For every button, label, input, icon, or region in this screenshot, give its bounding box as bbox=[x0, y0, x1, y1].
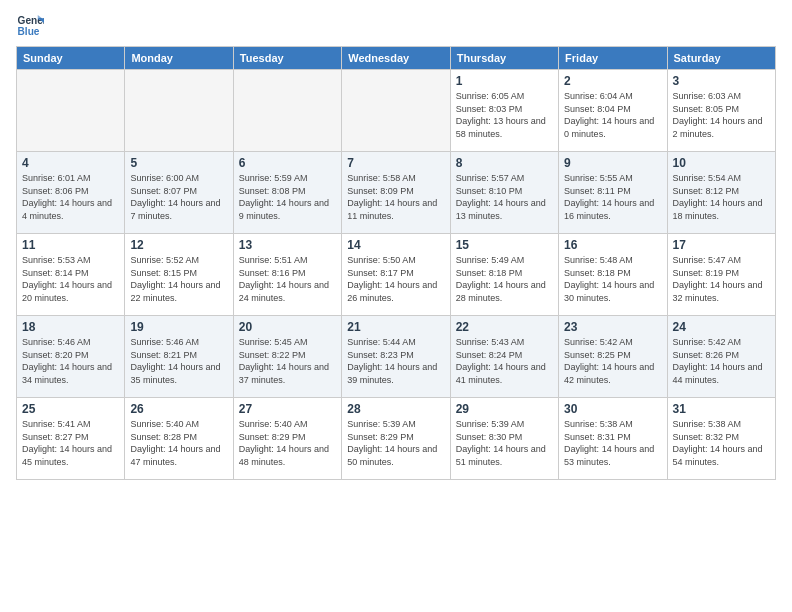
day-info: Sunrise: 5:43 AMSunset: 8:24 PMDaylight:… bbox=[456, 336, 553, 386]
day-info: Sunrise: 5:53 AMSunset: 8:14 PMDaylight:… bbox=[22, 254, 119, 304]
calendar-cell: 10Sunrise: 5:54 AMSunset: 8:12 PMDayligh… bbox=[667, 152, 775, 234]
calendar-cell: 3Sunrise: 6:03 AMSunset: 8:05 PMDaylight… bbox=[667, 70, 775, 152]
day-number: 25 bbox=[22, 402, 119, 416]
calendar-cell bbox=[125, 70, 233, 152]
day-info: Sunrise: 5:54 AMSunset: 8:12 PMDaylight:… bbox=[673, 172, 770, 222]
calendar-cell: 5Sunrise: 6:00 AMSunset: 8:07 PMDaylight… bbox=[125, 152, 233, 234]
day-info: Sunrise: 5:39 AMSunset: 8:29 PMDaylight:… bbox=[347, 418, 444, 468]
col-header-friday: Friday bbox=[559, 47, 667, 70]
col-header-monday: Monday bbox=[125, 47, 233, 70]
day-info: Sunrise: 5:45 AMSunset: 8:22 PMDaylight:… bbox=[239, 336, 336, 386]
calendar-cell: 17Sunrise: 5:47 AMSunset: 8:19 PMDayligh… bbox=[667, 234, 775, 316]
day-number: 23 bbox=[564, 320, 661, 334]
day-info: Sunrise: 5:55 AMSunset: 8:11 PMDaylight:… bbox=[564, 172, 661, 222]
day-number: 2 bbox=[564, 74, 661, 88]
day-number: 9 bbox=[564, 156, 661, 170]
calendar-cell: 24Sunrise: 5:42 AMSunset: 8:26 PMDayligh… bbox=[667, 316, 775, 398]
day-number: 10 bbox=[673, 156, 770, 170]
col-header-saturday: Saturday bbox=[667, 47, 775, 70]
calendar-cell: 22Sunrise: 5:43 AMSunset: 8:24 PMDayligh… bbox=[450, 316, 558, 398]
day-info: Sunrise: 5:38 AMSunset: 8:31 PMDaylight:… bbox=[564, 418, 661, 468]
calendar-cell: 6Sunrise: 5:59 AMSunset: 8:08 PMDaylight… bbox=[233, 152, 341, 234]
calendar-cell: 18Sunrise: 5:46 AMSunset: 8:20 PMDayligh… bbox=[17, 316, 125, 398]
col-header-tuesday: Tuesday bbox=[233, 47, 341, 70]
calendar-cell: 11Sunrise: 5:53 AMSunset: 8:14 PMDayligh… bbox=[17, 234, 125, 316]
calendar-cell: 19Sunrise: 5:46 AMSunset: 8:21 PMDayligh… bbox=[125, 316, 233, 398]
day-number: 29 bbox=[456, 402, 553, 416]
calendar-cell: 28Sunrise: 5:39 AMSunset: 8:29 PMDayligh… bbox=[342, 398, 450, 480]
calendar-cell: 1Sunrise: 6:05 AMSunset: 8:03 PMDaylight… bbox=[450, 70, 558, 152]
calendar-week-2: 4Sunrise: 6:01 AMSunset: 8:06 PMDaylight… bbox=[17, 152, 776, 234]
calendar-page: General Blue SundayMondayTuesdayWednesda… bbox=[0, 0, 792, 612]
calendar-cell: 21Sunrise: 5:44 AMSunset: 8:23 PMDayligh… bbox=[342, 316, 450, 398]
day-number: 15 bbox=[456, 238, 553, 252]
calendar-cell: 29Sunrise: 5:39 AMSunset: 8:30 PMDayligh… bbox=[450, 398, 558, 480]
day-number: 28 bbox=[347, 402, 444, 416]
day-info: Sunrise: 5:39 AMSunset: 8:30 PMDaylight:… bbox=[456, 418, 553, 468]
day-info: Sunrise: 5:48 AMSunset: 8:18 PMDaylight:… bbox=[564, 254, 661, 304]
day-info: Sunrise: 5:49 AMSunset: 8:18 PMDaylight:… bbox=[456, 254, 553, 304]
calendar-cell: 2Sunrise: 6:04 AMSunset: 8:04 PMDaylight… bbox=[559, 70, 667, 152]
day-info: Sunrise: 6:03 AMSunset: 8:05 PMDaylight:… bbox=[673, 90, 770, 140]
calendar-cell bbox=[342, 70, 450, 152]
calendar-cell: 9Sunrise: 5:55 AMSunset: 8:11 PMDaylight… bbox=[559, 152, 667, 234]
day-number: 8 bbox=[456, 156, 553, 170]
logo-icon: General Blue bbox=[16, 12, 44, 40]
col-header-wednesday: Wednesday bbox=[342, 47, 450, 70]
day-number: 27 bbox=[239, 402, 336, 416]
day-info: Sunrise: 5:52 AMSunset: 8:15 PMDaylight:… bbox=[130, 254, 227, 304]
day-info: Sunrise: 5:44 AMSunset: 8:23 PMDaylight:… bbox=[347, 336, 444, 386]
day-info: Sunrise: 5:46 AMSunset: 8:21 PMDaylight:… bbox=[130, 336, 227, 386]
day-info: Sunrise: 5:38 AMSunset: 8:32 PMDaylight:… bbox=[673, 418, 770, 468]
day-info: Sunrise: 5:46 AMSunset: 8:20 PMDaylight:… bbox=[22, 336, 119, 386]
day-number: 12 bbox=[130, 238, 227, 252]
calendar-cell bbox=[233, 70, 341, 152]
calendar-cell: 4Sunrise: 6:01 AMSunset: 8:06 PMDaylight… bbox=[17, 152, 125, 234]
day-info: Sunrise: 6:05 AMSunset: 8:03 PMDaylight:… bbox=[456, 90, 553, 140]
day-info: Sunrise: 5:51 AMSunset: 8:16 PMDaylight:… bbox=[239, 254, 336, 304]
day-number: 20 bbox=[239, 320, 336, 334]
day-info: Sunrise: 5:42 AMSunset: 8:26 PMDaylight:… bbox=[673, 336, 770, 386]
svg-text:Blue: Blue bbox=[18, 26, 40, 37]
calendar-week-3: 11Sunrise: 5:53 AMSunset: 8:14 PMDayligh… bbox=[17, 234, 776, 316]
calendar-cell: 12Sunrise: 5:52 AMSunset: 8:15 PMDayligh… bbox=[125, 234, 233, 316]
day-number: 17 bbox=[673, 238, 770, 252]
day-info: Sunrise: 6:01 AMSunset: 8:06 PMDaylight:… bbox=[22, 172, 119, 222]
calendar-table: SundayMondayTuesdayWednesdayThursdayFrid… bbox=[16, 46, 776, 480]
day-info: Sunrise: 5:41 AMSunset: 8:27 PMDaylight:… bbox=[22, 418, 119, 468]
header-row: SundayMondayTuesdayWednesdayThursdayFrid… bbox=[17, 47, 776, 70]
day-number: 16 bbox=[564, 238, 661, 252]
day-number: 14 bbox=[347, 238, 444, 252]
calendar-cell: 13Sunrise: 5:51 AMSunset: 8:16 PMDayligh… bbox=[233, 234, 341, 316]
day-number: 22 bbox=[456, 320, 553, 334]
calendar-cell: 7Sunrise: 5:58 AMSunset: 8:09 PMDaylight… bbox=[342, 152, 450, 234]
day-number: 1 bbox=[456, 74, 553, 88]
day-number: 19 bbox=[130, 320, 227, 334]
calendar-cell: 31Sunrise: 5:38 AMSunset: 8:32 PMDayligh… bbox=[667, 398, 775, 480]
day-info: Sunrise: 5:58 AMSunset: 8:09 PMDaylight:… bbox=[347, 172, 444, 222]
day-number: 24 bbox=[673, 320, 770, 334]
day-number: 31 bbox=[673, 402, 770, 416]
day-info: Sunrise: 5:40 AMSunset: 8:29 PMDaylight:… bbox=[239, 418, 336, 468]
day-info: Sunrise: 6:00 AMSunset: 8:07 PMDaylight:… bbox=[130, 172, 227, 222]
calendar-cell: 23Sunrise: 5:42 AMSunset: 8:25 PMDayligh… bbox=[559, 316, 667, 398]
day-number: 7 bbox=[347, 156, 444, 170]
calendar-cell: 30Sunrise: 5:38 AMSunset: 8:31 PMDayligh… bbox=[559, 398, 667, 480]
day-info: Sunrise: 6:04 AMSunset: 8:04 PMDaylight:… bbox=[564, 90, 661, 140]
calendar-week-1: 1Sunrise: 6:05 AMSunset: 8:03 PMDaylight… bbox=[17, 70, 776, 152]
day-number: 6 bbox=[239, 156, 336, 170]
calendar-cell: 15Sunrise: 5:49 AMSunset: 8:18 PMDayligh… bbox=[450, 234, 558, 316]
calendar-cell: 27Sunrise: 5:40 AMSunset: 8:29 PMDayligh… bbox=[233, 398, 341, 480]
calendar-cell: 14Sunrise: 5:50 AMSunset: 8:17 PMDayligh… bbox=[342, 234, 450, 316]
day-number: 18 bbox=[22, 320, 119, 334]
calendar-week-5: 25Sunrise: 5:41 AMSunset: 8:27 PMDayligh… bbox=[17, 398, 776, 480]
day-number: 26 bbox=[130, 402, 227, 416]
calendar-cell: 8Sunrise: 5:57 AMSunset: 8:10 PMDaylight… bbox=[450, 152, 558, 234]
day-info: Sunrise: 5:57 AMSunset: 8:10 PMDaylight:… bbox=[456, 172, 553, 222]
calendar-cell: 20Sunrise: 5:45 AMSunset: 8:22 PMDayligh… bbox=[233, 316, 341, 398]
header: General Blue bbox=[16, 12, 776, 40]
calendar-week-4: 18Sunrise: 5:46 AMSunset: 8:20 PMDayligh… bbox=[17, 316, 776, 398]
day-number: 13 bbox=[239, 238, 336, 252]
calendar-cell bbox=[17, 70, 125, 152]
day-number: 21 bbox=[347, 320, 444, 334]
